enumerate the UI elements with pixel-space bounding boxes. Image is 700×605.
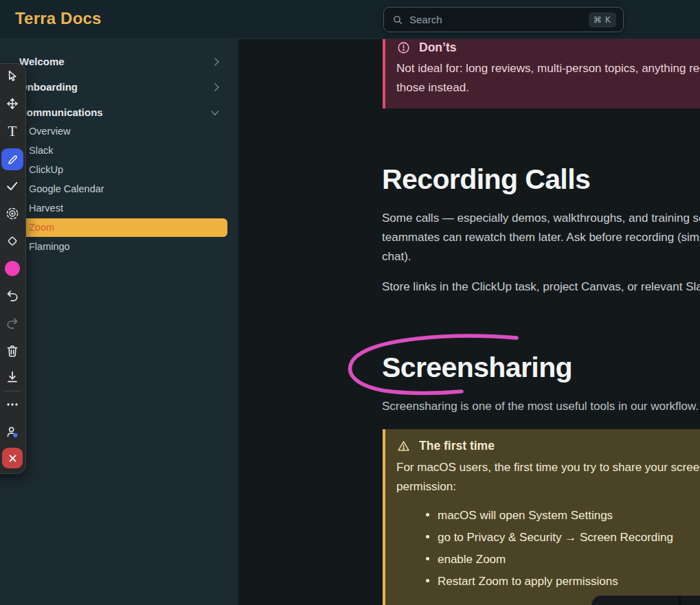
app-title: Terra Docs [15, 9, 102, 28]
move-tool-button[interactable] [4, 95, 21, 112]
bullet-list: macOS will open System Settings go to Pr… [396, 505, 700, 593]
warning-triangle-icon [396, 439, 411, 453]
sidebar-item-onboarding[interactable]: Onboarding [0, 76, 238, 97]
paragraph: Some calls — especially demos, walkthrou… [382, 209, 700, 266]
list-item: enable Zoom [396, 549, 700, 571]
search-input[interactable]: Search ⌘ K [383, 7, 624, 32]
collaborate-button[interactable] [4, 424, 21, 440]
trash-icon [5, 343, 20, 358]
sidebar-item-zoom[interactable]: Zoom [0, 218, 238, 237]
sidebar-item-clickup[interactable]: ClickUp [0, 160, 238, 179]
sidebar-item-flamingo[interactable]: Flamingo [0, 237, 238, 256]
callout-text-line: Not ideal for: long reviews, multi-perso… [396, 59, 700, 78]
callout-title: The first time [419, 439, 495, 453]
check-icon [5, 179, 20, 194]
list-item: Restart Zoom to apply permissions [396, 571, 700, 593]
chevron-right-icon [211, 58, 218, 65]
undo-icon [5, 288, 20, 304]
eraser-icon [5, 233, 20, 249]
heading-recording-calls: Recording Calls [382, 163, 590, 196]
cursor-icon [5, 69, 20, 84]
check-tool-button[interactable] [4, 178, 21, 194]
pen-icon [6, 153, 19, 166]
callout-accent-bar [383, 429, 385, 605]
sidebar-item-google-calendar[interactable]: Google Calendar [0, 179, 238, 198]
undo-button[interactable] [4, 288, 21, 304]
list-item: go to Privacy & Security → Screen Record… [396, 527, 700, 549]
redo-button[interactable] [4, 315, 21, 332]
screen: Terra Docs Search ⌘ K Welcome Onboarding… [0, 0, 700, 605]
search-placeholder: Search [409, 14, 589, 25]
chevron-right-icon [211, 83, 218, 91]
chevron-down-icon [211, 107, 218, 115]
download-icon [5, 369, 20, 385]
sidebar: Welcome Onboarding Communications Overvi… [0, 39, 238, 605]
callout-donts: Don’ts Not ideal for: long reviews, mult… [383, 39, 700, 109]
sidebar-item-communications[interactable]: Communications [0, 102, 238, 122]
callout-text-line: For macOS users, the first time you try … [396, 458, 700, 477]
list-item: macOS will open System Settings [396, 505, 700, 527]
pen-tool-button[interactable] [1, 148, 23, 170]
alert-circle-icon [396, 41, 411, 55]
callout-text-line: permission: [396, 477, 700, 496]
heading-screensharing: Screensharing [382, 352, 572, 384]
eraser-tool-button[interactable] [4, 233, 21, 249]
sidebar-item-welcome[interactable]: Welcome [0, 51, 238, 71]
close-icon [8, 453, 18, 464]
paragraph: Store links in the ClickUp task, project… [382, 277, 700, 297]
text-tool-button[interactable]: T [4, 123, 21, 139]
cursor-tool-button[interactable] [4, 68, 21, 84]
toolbar-divider [4, 391, 21, 391]
callout-text-line: those instead. [396, 78, 700, 98]
callout-title: Don’ts [419, 41, 456, 55]
delete-button[interactable] [4, 343, 21, 359]
paragraph: Screensharing is one of the most useful … [382, 398, 699, 415]
panel-divider [679, 596, 681, 605]
search-icon [392, 14, 403, 25]
spotlight-icon [5, 206, 20, 221]
download-button[interactable] [4, 369, 21, 385]
sidebar-item-slack[interactable]: Slack [0, 141, 238, 160]
close-annotation-button[interactable] [2, 448, 23, 468]
more-options-button[interactable] [4, 396, 21, 413]
spotlight-tool-button[interactable] [4, 205, 21, 222]
move-icon [5, 96, 20, 111]
sidebar-item-overview[interactable]: Overview [0, 122, 238, 141]
user-presence-icon [5, 424, 20, 440]
ellipsis-icon [5, 397, 20, 412]
text-tool-icon: T [8, 124, 17, 139]
sidebar-item-harvest[interactable]: Harvest [0, 198, 238, 218]
callout-first-time: The first time For macOS users, the firs… [383, 429, 700, 605]
callout-accent-bar [383, 39, 385, 109]
bottom-right-panel[interactable] [591, 595, 700, 605]
search-shortcut-badge: ⌘ K [589, 12, 616, 27]
app-header: Terra Docs Search ⌘ K [0, 0, 700, 39]
redo-icon [5, 316, 20, 331]
color-swatch-button[interactable] [5, 261, 20, 276]
annotation-toolbar: T [0, 63, 26, 474]
